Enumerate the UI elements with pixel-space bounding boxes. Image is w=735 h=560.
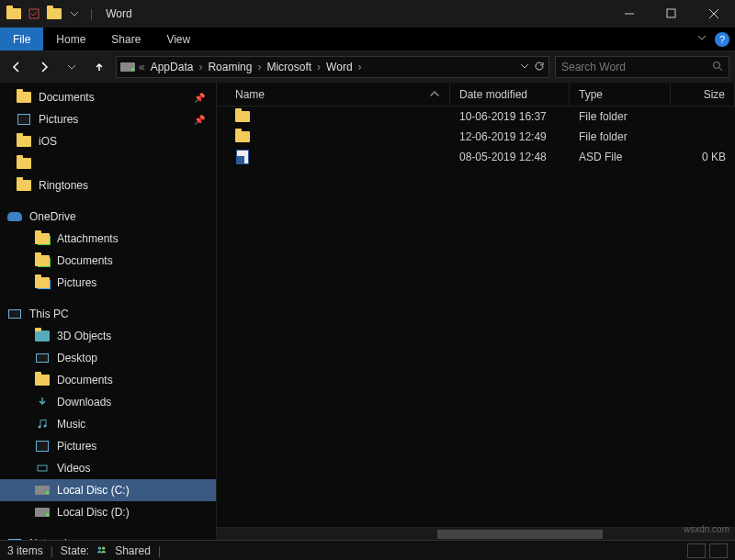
tab-share[interactable]: Share <box>98 28 153 50</box>
navigation-tree[interactable]: Documents📌 Pictures📌 iOS Ringtones OneDr… <box>0 83 217 540</box>
crumb-appdata[interactable]: AppData <box>149 61 196 73</box>
folder-icon <box>17 134 31 149</box>
svg-rect-0 <box>29 9 39 18</box>
pin-icon: 📌 <box>194 115 205 125</box>
address-dropdown-icon[interactable] <box>519 61 530 74</box>
tree-attachments[interactable]: Attachments <box>0 228 216 250</box>
videos-icon <box>35 461 50 476</box>
minimize-button[interactable] <box>608 0 650 28</box>
chevron-right-icon: › <box>317 61 321 73</box>
file-rows: 10-06-2019 16:37 File folder 12-06-2019 … <box>217 106 735 527</box>
network-icon <box>7 536 22 540</box>
tree-pc-pictures[interactable]: Pictures <box>0 435 216 457</box>
tree-onedrive[interactable]: OneDrive <box>0 206 216 228</box>
onedrive-icon <box>7 209 22 224</box>
pictures-icon <box>35 439 50 454</box>
tree-drive-c[interactable]: Local Disc (C:) <box>0 479 216 501</box>
downloads-icon <box>35 395 50 409</box>
crumb-word[interactable]: Word <box>324 61 354 73</box>
tree-pc-documents[interactable]: Documents <box>0 369 216 391</box>
col-name[interactable]: Name <box>217 83 450 106</box>
tab-home[interactable]: Home <box>43 28 98 50</box>
recent-dropdown-icon[interactable] <box>61 56 83 78</box>
scrollbar-thumb[interactable] <box>437 530 603 539</box>
folder-icon <box>35 231 50 246</box>
file-row[interactable]: 12-06-2019 12:49 File folder <box>217 127 735 147</box>
folder-icon <box>17 178 31 193</box>
tree-ringtones[interactable]: Ringtones <box>0 174 216 196</box>
qat-dropdown-icon[interactable] <box>66 6 83 22</box>
col-size[interactable]: Size <box>671 83 735 106</box>
forward-button[interactable] <box>33 56 55 78</box>
status-item-count: 3 items <box>7 544 43 557</box>
col-date[interactable]: Date modified <box>450 83 570 106</box>
tree-pictures[interactable]: Pictures📌 <box>0 108 216 130</box>
maximize-button[interactable] <box>650 0 693 28</box>
crumb-microsoft[interactable]: Microsoft <box>265 61 313 73</box>
svg-point-5 <box>714 62 720 68</box>
folder-icon <box>35 373 50 387</box>
tree-thispc[interactable]: This PC <box>0 303 216 325</box>
view-large-button[interactable] <box>709 543 728 558</box>
tree-blank[interactable] <box>0 152 216 174</box>
tree-network[interactable]: Network <box>0 532 216 540</box>
tree-onedrive-documents[interactable]: Documents <box>0 250 216 272</box>
tree-downloads[interactable]: Downloads <box>0 391 216 413</box>
chevron-right-icon: › <box>257 61 261 73</box>
svg-rect-2 <box>667 9 675 17</box>
status-bar: 3 items | State: Shared | <box>0 540 735 560</box>
view-details-button[interactable] <box>687 543 706 558</box>
help-icon[interactable]: ? <box>715 32 729 47</box>
watermark: wsxdn.com <box>684 524 729 534</box>
file-row[interactable]: 10-06-2019 16:37 File folder <box>217 106 735 127</box>
drive-icon <box>35 483 50 498</box>
navigation-bar: « AppData › Roaming › Microsoft › Word ›… <box>0 51 735 83</box>
ribbon-chevron-icon[interactable] <box>696 32 707 46</box>
tree-3dobjects[interactable]: 3D Objects <box>0 325 216 347</box>
tree-music[interactable]: Music <box>0 413 216 435</box>
shared-icon <box>96 543 107 557</box>
qat-newfolder-icon[interactable] <box>46 6 62 22</box>
horizontal-scrollbar[interactable] <box>217 527 735 540</box>
tree-videos[interactable]: Videos <box>0 457 216 479</box>
col-type[interactable]: Type <box>570 83 671 106</box>
refresh-icon[interactable] <box>534 61 545 74</box>
file-row[interactable]: 08-05-2019 12:48 ASD File 0 KB <box>217 147 735 167</box>
search-input[interactable]: Search Word <box>555 56 729 78</box>
file-list: Name Date modified Type Size 10-06-2019 … <box>217 83 735 540</box>
chevron-right-icon: › <box>358 61 362 73</box>
svg-point-10 <box>98 546 101 549</box>
qat-properties-icon[interactable] <box>26 6 42 22</box>
ribbon-tabs: File Home Share View ? <box>0 28 735 51</box>
tree-ios[interactable]: iOS <box>0 130 216 152</box>
title-separator: | <box>90 7 93 20</box>
pin-icon: 📌 <box>194 93 205 103</box>
search-icon <box>712 61 723 74</box>
svg-point-8 <box>44 425 47 428</box>
chevron-right-icon: › <box>198 61 202 73</box>
folder-icon <box>17 156 31 171</box>
folder-icon <box>235 109 250 124</box>
folder-icon <box>17 90 31 105</box>
tree-onedrive-pictures[interactable]: Pictures <box>0 272 216 294</box>
up-button[interactable] <box>88 56 110 78</box>
tree-drive-d[interactable]: Local Disc (D:) <box>0 501 216 523</box>
status-state-label: State: <box>61 544 89 557</box>
breadcrumb[interactable]: « AppData › Roaming › Microsoft › Word › <box>116 56 549 78</box>
folder-icon <box>35 329 50 343</box>
tree-desktop[interactable]: Desktop <box>0 347 216 369</box>
folder-icon <box>235 129 250 144</box>
column-headers: Name Date modified Type Size <box>217 83 735 106</box>
window-title: Word <box>106 7 131 20</box>
drive-icon <box>120 60 135 74</box>
crumb-roaming[interactable]: Roaming <box>206 61 254 73</box>
tab-view[interactable]: View <box>153 28 203 50</box>
tab-file[interactable]: File <box>0 28 43 50</box>
thispc-icon <box>7 307 22 321</box>
status-separator: | <box>51 544 53 557</box>
svg-point-7 <box>39 426 41 429</box>
close-button[interactable] <box>693 0 735 28</box>
back-button[interactable] <box>6 56 28 78</box>
drive-icon <box>35 505 50 520</box>
tree-documents[interactable]: Documents📌 <box>0 86 216 108</box>
